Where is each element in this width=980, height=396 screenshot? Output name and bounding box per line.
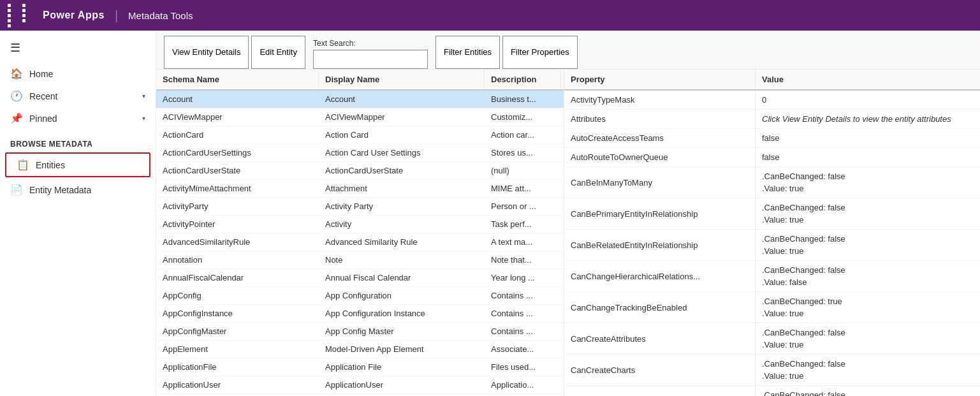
entity-display-cell: App Configuration Instance [319,305,485,322]
entity-table-row[interactable]: AdvancedSimilarityRuleAdvanced Similarit… [156,233,564,251]
hamburger-menu[interactable]: ☰ [0,36,156,60]
view-entity-details-button[interactable]: View Entity Details [164,36,249,69]
property-name-cell: CanCreateForms [564,386,756,396]
entity-desc-cell: (null) [485,162,561,179]
sidebar-item-entities[interactable]: 📋 Entities [5,152,150,177]
entity-table-header: Schema Name Display Name Description [156,70,564,91]
entity-schema-cell: ActivityParty [156,198,319,215]
property-name-cell: CanBePrimaryEntityInRelationship [564,198,756,229]
entity-table-row[interactable]: ActionCardAction CardAction car... [156,126,564,144]
entity-table-row[interactable]: AppConfigApp ConfigurationContains ... [156,287,564,305]
entity-table-row[interactable]: AppConfigInstanceApp Configuration Insta… [156,305,564,323]
entity-schema-cell: AppConfigMaster [156,323,319,340]
topbar-title: Metadata Tools [128,10,193,21]
text-search-label: Text Search: [313,39,428,48]
entity-table-row[interactable]: ActivityMimeAttachmentAttachmentMIME att… [156,180,564,198]
entity-display-cell: Model-Driven App Element [319,341,485,358]
sidebar-item-home[interactable]: 🏠 Home [0,62,156,85]
entity-table-row[interactable]: AccountAccountBusiness t... [156,91,564,108]
property-name-cell: CanCreateAttributes [564,323,756,354]
main-content: View Entity Details Edit Entity Text Sea… [156,31,980,396]
entity-desc-cell: Business t... [485,91,561,108]
entity-desc-cell: Applicatio... [485,376,561,393]
entity-desc-cell: Files used... [485,358,561,376]
entity-display-cell: Attachment [319,180,485,197]
property-name-cell: CanBeRelatedEntityInRelationship [564,230,756,260]
property-row: CanChangeHierarchicalRelations....CanBeC… [564,261,980,292]
pin-icon: 📌 [10,112,23,124]
property-row: CanCreateCharts.CanBeChanged: false.Valu… [564,355,980,386]
entity-table-row[interactable]: ApplicationUserApplicationUserApplicatio… [156,376,564,394]
sidebar-item-entity-metadata-label: Entity Metadata [29,185,91,195]
entity-schema-cell: ActivityMimeAttachment [156,180,319,197]
entity-table-row[interactable]: ActionCardUserSettingsAction Card User S… [156,144,564,162]
entity-schema-cell: ActionCardUserState [156,162,319,179]
filter-entities-button[interactable]: Filter Entities [435,36,500,69]
sidebar-item-entity-metadata[interactable]: 📄 Entity Metadata [0,179,156,201]
property-name-cell: AutoCreateAccessTeams [564,129,756,147]
entity-desc-cell: Contains ... [485,323,561,340]
sidebar-item-pinned-label: Pinned [29,114,136,124]
property-name-cell: CanChangeHierarchicalRelations... [564,261,756,291]
entity-table-row[interactable]: ApplicationFileApplication FileFiles use… [156,358,564,376]
entity-schema-cell: AppConfig [156,287,319,304]
display-name-header: Display Name [319,70,485,89]
entity-schema-cell: Account [156,91,319,108]
property-header: Property [564,70,756,89]
entity-desc-cell: Associate... [485,341,561,358]
property-name-cell: Attributes [564,110,756,128]
sidebar-item-pinned[interactable]: 📌 Pinned ▾ [0,107,156,129]
entity-table-row[interactable]: ActionCardUserStateActionCardUserState(n… [156,162,564,180]
property-row: CanCreateAttributes.CanBeChanged: false.… [564,323,980,355]
property-value-cell: false [756,148,980,166]
entity-table-row[interactable]: ActivityPointerActivityTask perf... [156,216,564,233]
entity-table-row[interactable]: AnnotationNoteNote that... [156,251,564,269]
entity-table-row[interactable]: AnnualFiscalCalendarAnnual Fiscal Calend… [156,269,564,287]
entity-desc-cell: Person or ... [485,198,561,215]
property-row: CanChangeTrackingBeEnabled.CanBeChanged:… [564,292,980,323]
property-row: AutoRouteToOwnerQueuefalse [564,148,980,167]
property-row: ActivityTypeMask0 [564,91,980,110]
sidebar: ☰ 🏠 Home 🕐 Recent ▾ 📌 Pinned ▾ Browse Me… [0,31,156,396]
property-value-cell: .CanBeChanged: true.Value: true [756,292,980,323]
home-icon: 🏠 [10,68,23,80]
property-value-cell: .CanBeChanged: false.Value: true [756,323,980,354]
property-value-cell: .CanBeChanged: false.Value: true [756,167,980,198]
entity-desc-cell: Contains ... [485,305,561,322]
sidebar-item-recent[interactable]: 🕐 Recent ▾ [0,85,156,107]
entity-desc-cell: MIME att... [485,180,561,197]
table-area: Schema Name Display Name Description Acc… [156,70,980,396]
entity-table-row[interactable]: ActivityPartyActivity PartyPerson or ... [156,198,564,216]
property-value-cell: .CanBeChanged: false.Value: true [756,198,980,229]
topbar: Power Apps | Metadata Tools [0,0,980,31]
entity-desc-cell: Year long ... [485,269,561,286]
browse-metadata-heading: Browse Metadata [0,129,156,152]
main-layout: ☰ 🏠 Home 🕐 Recent ▾ 📌 Pinned ▾ Browse Me… [0,31,980,396]
entity-table-row[interactable]: AppConfigMasterApp Config MasterContains… [156,323,564,341]
entity-display-cell: Activity Party [319,198,485,215]
entity-display-cell: ApplicationUser [319,376,485,393]
entity-table-row[interactable]: ACIViewMapperACIViewMapperCustomiz... [156,108,564,126]
property-value-cell: .CanBeChanged: false.Value: true [756,386,980,396]
properties-panel: Property Value ActivityTypeMask0Attribut… [564,70,980,396]
app-grid-icon[interactable] [8,4,35,27]
edit-entity-button[interactable]: Edit Entity [251,36,305,69]
value-header: Value [756,70,980,89]
entity-table: Schema Name Display Name Description Acc… [156,70,564,396]
text-search-input[interactable] [313,50,428,69]
entity-schema-cell: AdvancedSimilarityRule [156,233,319,251]
entity-display-cell: App Config Master [319,323,485,340]
entity-metadata-icon: 📄 [10,184,23,196]
property-value-cell: .CanBeChanged: false.Value: false [756,261,980,291]
entity-table-row[interactable]: AppElementModel-Driven App ElementAssoci… [156,341,564,358]
entity-schema-cell: AnnualFiscalCalendar [156,269,319,286]
entity-schema-cell: ApplicationFile [156,358,319,376]
property-row: CanCreateForms.CanBeChanged: false.Value… [564,386,980,396]
entity-schema-cell: ActionCard [156,126,319,143]
filter-properties-button[interactable]: Filter Properties [502,36,578,69]
chevron-down-icon: ▾ [142,115,145,122]
property-row: CanBeInManyToMany.CanBeChanged: false.Va… [564,167,980,198]
entity-desc-cell: Stores us... [485,144,561,161]
entity-table-body: AccountAccountBusiness t...ACIViewMapper… [156,91,564,396]
toolbar: View Entity Details Edit Entity Text Sea… [156,31,980,70]
